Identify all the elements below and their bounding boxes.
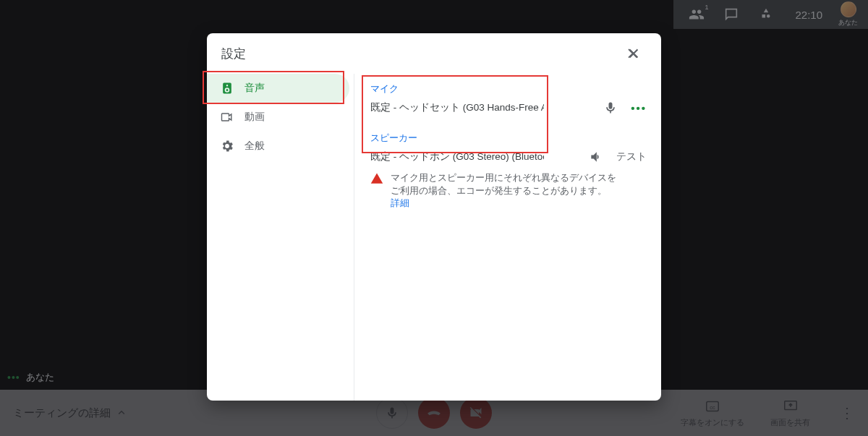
mic-more-button[interactable]: ••• bbox=[631, 102, 647, 114]
volume-icon bbox=[589, 150, 603, 164]
more-horiz-icon: ••• bbox=[631, 102, 647, 114]
speaker-test-button[interactable]: テスト bbox=[616, 150, 647, 163]
close-button[interactable] bbox=[621, 40, 647, 67]
mic-section-label: マイク bbox=[370, 82, 647, 95]
dialog-header: 設定 bbox=[207, 33, 661, 74]
sidebar-item-label: 音声 bbox=[244, 82, 265, 95]
speaker-device-value: 既定 - ヘッドホン (G03 Stereo) (Bluetooth) bbox=[370, 150, 544, 163]
settings-sidebar: 音声 動画 全般 bbox=[207, 74, 354, 401]
sidebar-item-general[interactable]: 全般 bbox=[207, 132, 354, 161]
mic-device-select[interactable]: 既定 - ヘッドセット (G03 Hands-Free AG… ▼ bbox=[370, 97, 544, 119]
videocam-icon bbox=[220, 110, 234, 124]
settings-content-audio: マイク 既定 - ヘッドセット (G03 Hands-Free AG… ▼ ••… bbox=[354, 74, 661, 401]
sidebar-item-label: 動画 bbox=[244, 111, 265, 124]
sidebar-item-video[interactable]: 動画 bbox=[207, 103, 354, 132]
speaker-section-label: スピーカー bbox=[370, 132, 647, 145]
speaker-icon bbox=[220, 81, 234, 95]
dialog-title: 設定 bbox=[221, 46, 246, 62]
mic-device-value: 既定 - ヘッドセット (G03 Hands-Free AG… bbox=[370, 101, 544, 114]
speaker-device-select[interactable]: 既定 - ヘッドホン (G03 Stereo) (Bluetooth) ▼ bbox=[370, 146, 544, 168]
device-mismatch-warning: マイク用とスピーカー用にそれぞれ異なるデバイスをご利用の場合、エコーが発生するこ… bbox=[370, 172, 647, 210]
gear-icon bbox=[220, 139, 234, 153]
close-icon bbox=[626, 46, 642, 61]
settings-dialog: 設定 音声 動画 全般 マイク bbox=[207, 33, 661, 401]
warning-icon bbox=[370, 172, 383, 189]
warning-text: マイク用とスピーカー用にそれぞれ異なるデバイスをご利用の場合、エコーが発生するこ… bbox=[391, 173, 616, 196]
sidebar-item-audio[interactable]: 音声 bbox=[207, 74, 349, 103]
mic-level-icon bbox=[603, 101, 618, 115]
warning-detail-link[interactable]: 詳細 bbox=[391, 198, 409, 208]
sidebar-item-label: 全般 bbox=[244, 140, 265, 153]
